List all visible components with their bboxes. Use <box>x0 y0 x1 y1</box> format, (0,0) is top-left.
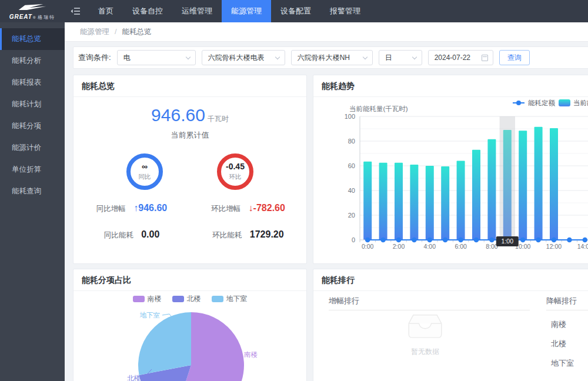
breadcrumb-separator: / <box>115 28 116 36</box>
breadcrumb-energy-overview: 能耗总览 <box>122 27 151 37</box>
mom-growth-value: ↓-782.60 <box>249 203 285 213</box>
energy-type-select[interactable]: 电 <box>117 50 196 65</box>
chevron-down-icon <box>412 55 416 59</box>
svg-text:40: 40 <box>348 187 355 194</box>
total-consumption-unit: 千瓦时 <box>208 115 229 123</box>
sidebar-item-energy-overview[interactable]: 能耗总览 <box>0 28 65 50</box>
ratio-circles: ∞ 同比 -0.45 环比 <box>74 153 306 190</box>
chevron-down-icon <box>275 55 279 59</box>
building-meter-select[interactable]: 六院骨科大楼电表 <box>202 50 285 65</box>
energy-subentry-pie-title: 能耗分项占比 <box>74 269 306 291</box>
nav-item-energy-management[interactable]: 能源管理 <box>222 0 271 22</box>
breadcrumb: 能源管理 / 能耗总览 <box>65 22 588 42</box>
brand-name-cn: 格瑞特 <box>38 14 55 21</box>
query-button[interactable]: 查询 <box>499 50 530 65</box>
increase-ranking-title: 增幅排行 <box>329 296 359 306</box>
ranking-item-basement: 地下室 <box>551 353 574 373</box>
sidebar-item-energy-pricing[interactable]: 能源计价 <box>0 137 65 159</box>
nav-item-home[interactable]: 首页 <box>89 0 123 22</box>
dashboard-grid: 能耗总览 946.60千瓦时 当前累计值 ∞ 同比 -0.45 环比 <box>73 75 588 381</box>
svg-text:6:00: 6:00 <box>455 243 467 250</box>
yoy-ratio-value: ∞ <box>142 162 148 171</box>
energy-ranking-title: 能耗排行 <box>313 269 588 291</box>
query-condition-bar: 查询条件: 电 六院骨科大楼电表 六院骨科大楼NH 日 2024-07-22 查… <box>73 46 588 69</box>
svg-text:60: 60 <box>348 162 355 169</box>
pie-legend-south-building[interactable]: 南楼 <box>133 294 162 304</box>
sidebar-item-energy-plan[interactable]: 能耗计划 <box>0 93 65 115</box>
calendar-icon <box>482 55 488 61</box>
svg-text:能耗定额: 能耗定额 <box>528 99 556 106</box>
nav-item-alarm-management[interactable]: 报警管理 <box>320 0 370 22</box>
date-picker[interactable]: 2024-07-22 <box>428 50 493 65</box>
svg-text:北楼: 北楼 <box>127 375 141 381</box>
mom-energy-label: 环比能耗 <box>212 231 242 239</box>
svg-text:地下室: 地下室 <box>140 312 161 319</box>
pie-legend: 南楼 北楼 地下室 <box>74 293 306 304</box>
svg-text:100: 100 <box>345 113 355 120</box>
period-select[interactable]: 日 <box>379 50 422 65</box>
ranking-item-north-building: 北楼 <box>551 334 574 353</box>
svg-text:8:00: 8:00 <box>486 243 498 250</box>
arrow-down-icon: ↓ <box>249 203 253 213</box>
yoy-ratio-label: 同比 <box>139 173 151 181</box>
meter-node-value: 六院骨科大楼NH <box>298 53 350 63</box>
sidebar-item-energy-analysis[interactable]: 能耗分析 <box>0 50 65 72</box>
yoy-energy-stat: 同比能耗 0.00 <box>74 229 190 240</box>
brand-logo[interactable]: GREAT® 格瑞特 <box>0 0 65 22</box>
mom-energy-value: 1729.20 <box>250 229 284 239</box>
yoy-growth-label: 同比增幅 <box>96 205 126 213</box>
sidebar-item-energy-report[interactable]: 能耗报表 <box>0 72 65 93</box>
total-consumption: 946.60千瓦时 <box>74 105 306 125</box>
main-content: 能源管理 / 能耗总览 查询条件: 电 六院骨科大楼电表 六院骨科大楼NH 日 … <box>65 22 588 381</box>
brand-registered-mark: ® <box>33 16 35 19</box>
increase-ranking-divider <box>329 310 530 310</box>
energy-overview-panel: 能耗总览 946.60千瓦时 当前累计值 ∞ 同比 -0.45 环比 <box>73 75 307 264</box>
pie-legend-north-building[interactable]: 北楼 <box>172 294 201 304</box>
energy-overview-title: 能耗总览 <box>74 75 306 97</box>
svg-text:0: 0 <box>352 236 355 243</box>
energy-trend-panel: 能耗趋势 0204060801000:002:004:006:008:0010:… <box>313 75 588 264</box>
nav-item-ops-management[interactable]: 运维管理 <box>172 0 222 22</box>
svg-text:14:00: 14:00 <box>577 243 588 250</box>
top-navbar: GREAT® 格瑞特 首页 设备自控 运维管理 能源管理 设备配置 报警管理 <box>0 0 588 22</box>
energy-ranking-body: 增幅排行 暂无数据 降幅排行 南楼 北楼 地下室 <box>313 291 588 381</box>
energy-trend-title: 能耗趋势 <box>313 75 588 97</box>
energy-trend-chart[interactable]: 0204060801000:002:004:006:008:0010:0012:… <box>313 97 588 264</box>
yoy-growth-value: ↑946.60 <box>133 203 167 213</box>
meter-node-select[interactable]: 六院骨科大楼NH <box>291 50 373 65</box>
total-consumption-caption: 当前累计值 <box>74 130 306 141</box>
mom-energy-stat: 环比能耗 1729.20 <box>190 229 306 240</box>
chevron-down-icon <box>362 55 367 59</box>
energy-type-value: 电 <box>123 53 131 63</box>
nav-item-device-autocontrol[interactable]: 设备自控 <box>123 0 172 22</box>
legend-swatch-icon <box>212 296 223 302</box>
sidebar-item-energy-query[interactable]: 能耗查询 <box>0 181 65 202</box>
energy-subentry-pie-panel: 能耗分项占比 南楼 北楼 地下室 南楼北楼地下室 <box>73 269 307 381</box>
chevron-down-icon <box>185 55 190 59</box>
menu-collapse-icon[interactable] <box>71 7 81 15</box>
legend-swatch-icon <box>133 296 145 302</box>
pie-legend-basement[interactable]: 地下室 <box>212 294 248 304</box>
mom-growth-label: 环比增幅 <box>211 205 240 213</box>
decrease-ranking-divider <box>546 310 588 310</box>
yoy-growth-stat: 同比增幅 ↑946.60 <box>74 203 190 214</box>
svg-text:0:00: 0:00 <box>362 243 374 250</box>
svg-text:南楼: 南楼 <box>244 351 258 358</box>
yoy-ratio-circle: ∞ 同比 <box>126 153 163 190</box>
brand-logo-text: GREAT® 格瑞特 <box>9 14 56 21</box>
energy-subentry-pie-chart[interactable]: 南楼北楼地下室 <box>74 304 306 381</box>
mom-growth-stat: 环比增幅 ↓-782.60 <box>190 203 306 214</box>
empty-box-icon <box>407 331 443 341</box>
sidebar-item-unit-conversion[interactable]: 单位折算 <box>0 159 65 181</box>
query-condition-label: 查询条件: <box>78 52 111 63</box>
mom-ratio-circle: -0.45 环比 <box>217 153 253 190</box>
svg-text:20: 20 <box>348 212 355 219</box>
breadcrumb-energy-management[interactable]: 能源管理 <box>80 27 109 37</box>
brand-name: GREAT <box>9 14 32 20</box>
overview-stats: 同比增幅 ↑946.60 环比增幅 ↓-782.60 同比能耗 0.00 环比能… <box>74 203 306 240</box>
svg-text:1:00: 1:00 <box>502 238 514 245</box>
sidebar-item-energy-subentry[interactable]: 能耗分项 <box>0 115 65 137</box>
nav-item-device-config[interactable]: 设备配置 <box>271 0 320 22</box>
period-value: 日 <box>385 53 392 63</box>
empty-state-text: 暂无数据 <box>389 347 462 357</box>
